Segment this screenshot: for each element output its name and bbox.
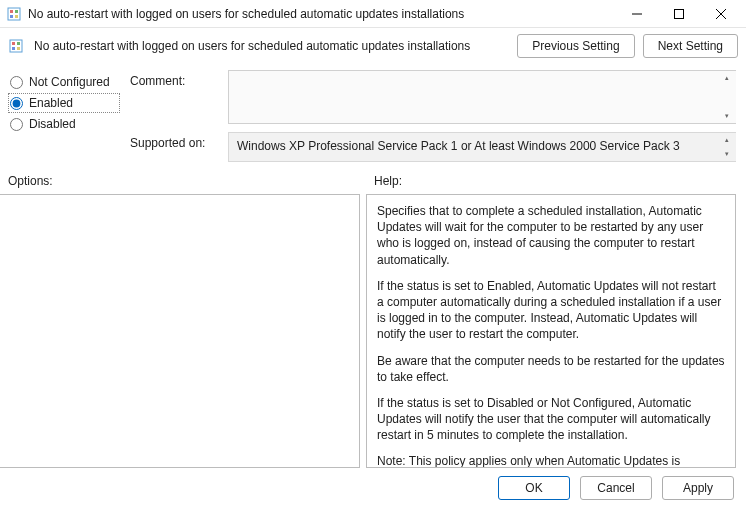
- help-paragraph: Specifies that to complete a scheduled i…: [377, 203, 725, 268]
- help-paragraph: Be aware that the computer needs to be r…: [377, 353, 725, 385]
- app-icon: [6, 6, 22, 22]
- radio-enabled-label: Enabled: [29, 96, 73, 110]
- svg-rect-10: [12, 42, 15, 45]
- svg-rect-13: [17, 47, 20, 50]
- help-paragraph: If the status is set to Enabled, Automat…: [377, 278, 725, 343]
- svg-rect-12: [12, 47, 15, 50]
- svg-rect-6: [675, 9, 684, 18]
- comment-label: Comment:: [130, 70, 220, 88]
- supported-value: Windows XP Professional Service Pack 1 o…: [237, 139, 680, 153]
- footer: OK Cancel Apply: [0, 468, 746, 500]
- supported-label: Supported on:: [130, 132, 220, 150]
- radio-enabled-input[interactable]: [10, 97, 23, 110]
- help-label: Help:: [374, 174, 402, 188]
- window-controls: [616, 2, 742, 26]
- policy-header: No auto-restart with logged on users for…: [0, 28, 746, 68]
- comment-scroll-up[interactable]: ▴: [720, 73, 734, 83]
- svg-rect-11: [17, 42, 20, 45]
- options-label: Options:: [8, 174, 364, 188]
- svg-rect-2: [15, 10, 18, 13]
- radio-not-configured[interactable]: Not Configured: [8, 72, 120, 92]
- comment-row: Comment: ▴ ▾: [130, 70, 736, 124]
- comment-input[interactable]: ▴ ▾: [228, 70, 736, 124]
- svg-rect-0: [8, 8, 20, 20]
- next-setting-button[interactable]: Next Setting: [643, 34, 738, 58]
- previous-setting-button[interactable]: Previous Setting: [517, 34, 634, 58]
- radio-disabled[interactable]: Disabled: [8, 114, 120, 134]
- svg-rect-9: [10, 40, 22, 52]
- window-title: No auto-restart with logged on users for…: [28, 7, 616, 21]
- radio-disabled-input[interactable]: [10, 118, 23, 131]
- maximize-button[interactable]: [658, 2, 700, 26]
- policy-title: No auto-restart with logged on users for…: [34, 39, 509, 53]
- svg-rect-4: [15, 15, 18, 18]
- help-paragraph: Note: This policy applies only when Auto…: [377, 453, 725, 468]
- minimize-button[interactable]: [616, 2, 658, 26]
- radio-disabled-label: Disabled: [29, 117, 76, 131]
- help-paragraph: If the status is set to Disabled or Not …: [377, 395, 725, 444]
- cancel-button[interactable]: Cancel: [580, 476, 652, 500]
- svg-rect-1: [10, 10, 13, 13]
- panels: Specifies that to complete a scheduled i…: [0, 192, 746, 468]
- radio-not-configured-input[interactable]: [10, 76, 23, 89]
- radio-enabled[interactable]: Enabled: [8, 93, 120, 113]
- radio-not-configured-label: Not Configured: [29, 75, 110, 89]
- close-button[interactable]: [700, 2, 742, 26]
- fields: Comment: ▴ ▾ Supported on: Windows XP Pr…: [130, 70, 736, 162]
- supported-box: Windows XP Professional Service Pack 1 o…: [228, 132, 736, 162]
- svg-rect-3: [10, 15, 13, 18]
- apply-button[interactable]: Apply: [662, 476, 734, 500]
- policy-icon: [8, 38, 24, 54]
- state-radios: Not Configured Enabled Disabled: [8, 70, 120, 162]
- comment-scroll-down[interactable]: ▾: [720, 111, 734, 121]
- ok-button[interactable]: OK: [498, 476, 570, 500]
- supported-row: Supported on: Windows XP Professional Se…: [130, 132, 736, 162]
- options-panel: [0, 194, 360, 468]
- mid-labels: Options: Help:: [0, 162, 746, 192]
- config-area: Not Configured Enabled Disabled Comment:…: [0, 68, 746, 162]
- supported-scroll-down[interactable]: ▾: [720, 149, 734, 159]
- help-panel: Specifies that to complete a scheduled i…: [366, 194, 736, 468]
- supported-scroll-up[interactable]: ▴: [720, 135, 734, 145]
- titlebar: No auto-restart with logged on users for…: [0, 0, 746, 28]
